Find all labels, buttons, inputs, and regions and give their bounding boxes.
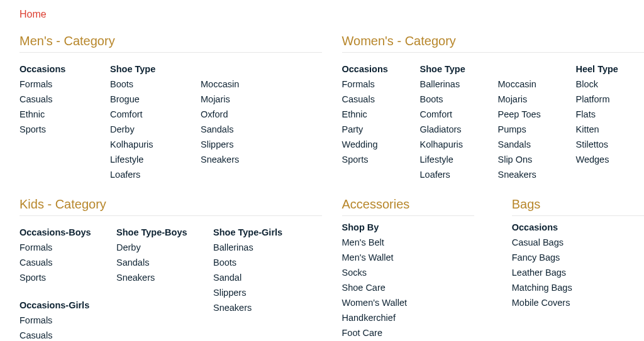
womens-col-0-heading: Occasions — [342, 64, 405, 74]
list-item[interactable]: Party — [342, 124, 364, 134]
womens-category: Women's - Category Occasions Formals Cas… — [342, 34, 645, 185]
womens-col-1-heading: Shoe Type — [420, 64, 483, 74]
list-item[interactable]: Sandals — [201, 124, 233, 134]
list-item[interactable]: Fancy Bags — [512, 252, 560, 263]
list-item[interactable]: Mojaris — [498, 94, 528, 104]
kids-col1b-heading: Occasions-Girls — [19, 300, 101, 310]
list-item[interactable]: Sneakers — [116, 273, 155, 283]
list-item[interactable]: Sneakers — [498, 170, 536, 180]
list-item[interactable]: Gladiators — [420, 124, 462, 134]
list-item[interactable]: Sports — [342, 154, 369, 165]
list-item[interactable]: Boots — [213, 257, 236, 268]
list-item[interactable]: Leather Bags — [512, 268, 566, 278]
list-item[interactable]: Derby — [110, 124, 135, 134]
kids-columns: Occasions-Boys Formals Casuals Sports Oc… — [19, 221, 322, 341]
list-item[interactable]: Slip Ons — [498, 154, 533, 165]
womens-col-2-list: Moccasin Mojaris Peep Toes Pumps Sandals… — [498, 79, 561, 180]
home-link[interactable]: Home — [19, 9, 47, 19]
mens-col-1-list: Boots Brogue Comfort Derby Kolhapuris Li… — [110, 79, 186, 180]
list-item[interactable]: Oxford — [201, 109, 228, 119]
kids-col1a-heading: Occasions-Boys — [19, 227, 101, 237]
kids-col-2: Shoe Type-Boys Derby Sandals Sneakers — [116, 221, 198, 341]
list-item[interactable]: Flats — [576, 109, 596, 119]
list-item[interactable]: Sneakers — [213, 303, 252, 313]
kids-category: Kids - Category Occasions-Boys Formals C… — [19, 197, 322, 341]
list-item[interactable]: Sports — [19, 273, 46, 283]
list-item[interactable]: Casuals — [342, 94, 375, 104]
list-item[interactable]: Boots — [420, 94, 443, 104]
list-item[interactable]: Loafers — [110, 170, 140, 180]
mens-title: Men's - Category — [19, 34, 322, 53]
womens-col-3-heading: Heel Type — [576, 64, 633, 74]
list-item[interactable]: Slippers — [213, 288, 246, 298]
sitemap-container: Home Men's - Category Occasions Formals … — [0, 0, 644, 341]
list-item[interactable]: Casuals — [19, 330, 52, 340]
list-item[interactable]: Derby — [116, 242, 141, 252]
mens-category: Men's - Category Occasions Formals Casua… — [19, 34, 322, 185]
list-item[interactable]: Comfort — [110, 109, 143, 119]
list-item[interactable]: Mojaris — [201, 94, 230, 104]
list-item[interactable]: Sandals — [498, 139, 531, 149]
accessories-heading: Shop By — [342, 222, 474, 232]
list-item[interactable]: Ethnic — [342, 109, 367, 119]
list-item[interactable]: Boots — [110, 79, 133, 89]
bags-col: Occasions Casual Bags Fancy Bags Leather… — [512, 222, 644, 308]
list-item[interactable]: Men's Belt — [342, 237, 384, 247]
kids-col1a-list: Formals Casuals Sports — [19, 242, 101, 283]
list-item[interactable]: Socks — [342, 268, 367, 278]
kids-col-3: Shoe Type-Girls Ballerinas Boots Sandal … — [213, 221, 295, 341]
list-item[interactable]: Stilettos — [576, 139, 609, 149]
list-item[interactable]: Formals — [19, 242, 52, 252]
list-item[interactable]: Slippers — [201, 139, 233, 149]
accessories-col: Shop By Men's Belt Men's Wallet Socks Sh… — [342, 222, 474, 338]
womens-col-3: Heel Type Block Platform Flats Kitten St… — [576, 58, 633, 185]
breadcrumb: Home — [19, 9, 644, 20]
list-item[interactable]: Formals — [19, 315, 52, 325]
list-item[interactable]: Ethnic — [19, 109, 45, 119]
list-item[interactable]: Lifestyle — [110, 154, 143, 165]
list-item[interactable]: Pumps — [498, 124, 526, 134]
kids-col1b-list: Formals Casuals — [19, 315, 101, 340]
list-item[interactable]: Ballerinas — [420, 79, 460, 89]
list-item[interactable]: Moccasin — [498, 79, 536, 89]
list-item[interactable]: Sneakers — [201, 154, 239, 165]
list-item[interactable]: Moccasin — [201, 79, 239, 89]
list-item[interactable]: Peep Toes — [498, 109, 541, 119]
list-item[interactable]: Foot Care — [342, 328, 382, 338]
list-item[interactable]: Casual Bags — [512, 237, 564, 247]
list-item[interactable]: Ballerinas — [213, 242, 253, 252]
womens-col-1-list: Ballerinas Boots Comfort Gladiators Kolh… — [420, 79, 483, 180]
list-item[interactable]: Comfort — [420, 109, 453, 119]
womens-col-2: x Moccasin Mojaris Peep Toes Pumps Sanda… — [498, 58, 561, 185]
list-item[interactable]: Casuals — [19, 257, 52, 268]
bags-list: Casual Bags Fancy Bags Leather Bags Matc… — [512, 237, 644, 308]
list-item[interactable]: Wedding — [342, 139, 378, 149]
list-item[interactable]: Formals — [342, 79, 375, 89]
womens-col-1: Shoe Type Ballerinas Boots Comfort Gladi… — [420, 58, 483, 185]
row-2-right: Accessories Shop By Men's Belt Men's Wal… — [342, 197, 645, 341]
list-item[interactable]: Kitten — [576, 124, 599, 134]
womens-col-0-list: Formals Casuals Ethnic Party Wedding Spo… — [342, 79, 405, 165]
bags-category: Bags Occasions Casual Bags Fancy Bags Le… — [512, 197, 644, 341]
list-item[interactable]: Brogue — [110, 94, 140, 104]
list-item[interactable]: Loafers — [420, 170, 450, 180]
list-item[interactable]: Shoe Care — [342, 283, 386, 293]
womens-columns: Occasions Formals Casuals Ethnic Party W… — [342, 58, 645, 185]
list-item[interactable]: Wedges — [576, 154, 609, 165]
list-item[interactable]: Kolhapuris — [110, 139, 153, 149]
list-item[interactable]: Women's Wallet — [342, 298, 408, 308]
list-item[interactable]: Sandal — [213, 273, 242, 283]
list-item[interactable]: Mobile Covers — [512, 298, 570, 308]
womens-col-3-list: Block Platform Flats Kitten Stilettos We… — [576, 79, 633, 165]
list-item[interactable]: Block — [576, 79, 598, 89]
list-item[interactable]: Formals — [19, 79, 52, 89]
list-item[interactable]: Sandals — [116, 257, 149, 268]
list-item[interactable]: Sports — [19, 124, 46, 134]
list-item[interactable]: Platform — [576, 94, 610, 104]
list-item[interactable]: Kolhapuris — [420, 139, 464, 149]
list-item[interactable]: Men's Wallet — [342, 252, 394, 263]
list-item[interactable]: Lifestyle — [420, 154, 453, 165]
list-item[interactable]: Casuals — [19, 94, 52, 104]
list-item[interactable]: Matching Bags — [512, 283, 572, 293]
list-item[interactable]: Handkerchief — [342, 313, 396, 323]
